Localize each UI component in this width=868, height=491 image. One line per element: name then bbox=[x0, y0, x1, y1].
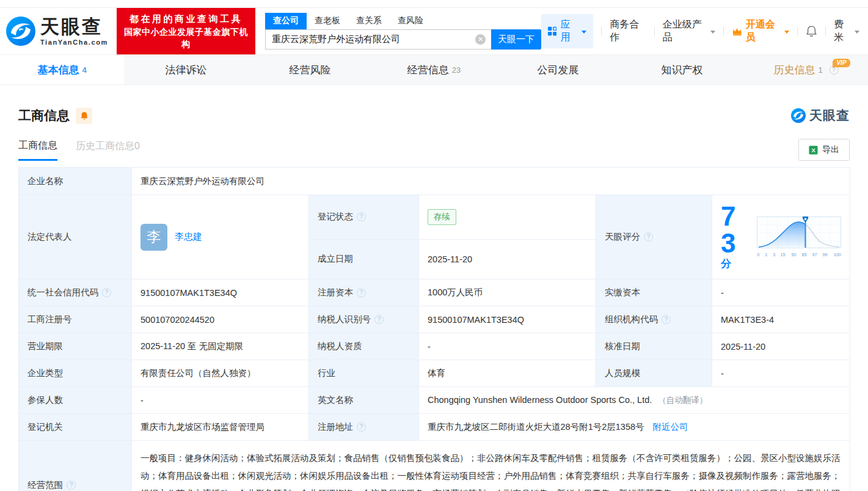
tab-company-development[interactable]: 公司发展 bbox=[496, 55, 620, 84]
section-title: 工商信息 bbox=[18, 107, 70, 124]
tab-operation-risk[interactable]: 经营风险 bbox=[248, 55, 372, 84]
english-name-text: Chongqing Yunshen Wilderness Outdoor Spo… bbox=[428, 395, 652, 405]
tab-operation-info[interactable]: 经营信息 23 bbox=[372, 55, 496, 84]
notifications-bell-icon[interactable] bbox=[806, 25, 817, 37]
chevron-down-icon bbox=[784, 31, 789, 34]
score-cell[interactable]: 73分 bbox=[712, 195, 850, 279]
nav-enterprise-products[interactable]: 企业级产品 bbox=[663, 18, 716, 44]
tab-count: 4 bbox=[82, 65, 86, 75]
english-name-value: Chongqing Yunshen Wilderness Outdoor Spo… bbox=[419, 387, 850, 414]
slogan-line2: 国家中小企业发展子基金旗下机构 bbox=[123, 26, 249, 51]
taxpayer-qualification-value: - bbox=[419, 333, 596, 360]
score-distribution-chart: 01 315 5085 9799 100 bbox=[757, 216, 841, 257]
help-icon[interactable]: ? bbox=[662, 315, 671, 324]
divider bbox=[654, 27, 655, 36]
subtab-history-business-info[interactable]: 历史工商信息0 bbox=[76, 140, 140, 160]
reg-number-value: 500107020244520 bbox=[132, 306, 309, 333]
insured-count-label: 参保人数 bbox=[19, 387, 132, 414]
tab-label: 经营信息 bbox=[407, 63, 449, 77]
approval-date-value: 2025-11-20 bbox=[712, 333, 850, 360]
business-scope-value: 一般项目：健身休闲活动；体验式拓展活动及策划；食品销售（仅销售预包装食品）；非公… bbox=[132, 441, 850, 491]
main-content: 工商信息 天眼查 工商信息 历史工商信息0 X bbox=[0, 107, 868, 491]
reg-status-value: 存续 bbox=[419, 195, 596, 240]
help-icon[interactable]: ? bbox=[374, 315, 384, 324]
business-term-value: 2025-11-20 至 无固定期限 bbox=[132, 333, 309, 360]
tab-history-info[interactable]: VIP 历史信息 1 ? bbox=[744, 55, 868, 84]
nearby-companies-link[interactable]: 附近公司 bbox=[653, 422, 688, 432]
svg-text:X: X bbox=[811, 147, 815, 153]
label-text: 注册资本 bbox=[318, 287, 353, 298]
help-icon[interactable]: ? bbox=[357, 288, 366, 297]
search-tab-company[interactable]: 查公司 bbox=[265, 13, 307, 29]
table-row: 企业名称 重庆云深荒野户外运动有限公司 bbox=[19, 168, 850, 195]
search-tabs: 查公司 查老板 查关系 查风险 bbox=[265, 13, 541, 29]
tianyancha-logo[interactable]: 天眼查 TianYanCha.com bbox=[6, 17, 108, 46]
company-type-value: 有限责任公司（自然人独资） bbox=[132, 360, 309, 387]
search-tab-risk[interactable]: 查风险 bbox=[390, 13, 431, 29]
table-row: 营业期限 2025-11-20 至 无固定期限 纳税人资质 - 核准日期 202… bbox=[19, 333, 850, 360]
legal-rep-label: 法定代表人 bbox=[19, 195, 132, 279]
approval-date-label: 核准日期 bbox=[596, 333, 712, 360]
search-input[interactable] bbox=[265, 29, 491, 50]
label-text: 经营范围 bbox=[27, 479, 63, 491]
org-code-value: MAK1T3E3-4 bbox=[712, 306, 850, 333]
header: 天眼查 TianYanCha.com 都在用的商业查询工具 国家中小企业发展子基… bbox=[0, 8, 868, 54]
address-text: 重庆市九龙坡区二郎街道火炬大道28号附1号2层1358号 bbox=[428, 422, 644, 432]
company-name-value: 重庆云深荒野户外运动有限公司 bbox=[132, 168, 850, 195]
clear-search-icon[interactable]: ✕ bbox=[475, 34, 486, 45]
english-name-label: 英文名称 bbox=[309, 387, 419, 414]
divider bbox=[797, 27, 798, 36]
cooperation-label: 商务合作 bbox=[610, 18, 646, 44]
table-row: 统一社会信用代码 ? 91500107MAK1T3E34Q 注册资本 ? 100… bbox=[19, 279, 850, 306]
table-row: 工商注册号 500107020244520 纳税人识别号 ? 91500107M… bbox=[19, 306, 850, 333]
establish-date-label: 成立日期 bbox=[309, 239, 419, 279]
tianyancha-swirl-icon bbox=[791, 108, 806, 123]
company-type-label: 企业类型 bbox=[19, 360, 132, 387]
slogan-banner: 都在用的商业查询工具 国家中小企业发展子基金旗下机构 bbox=[117, 8, 255, 54]
export-label: 导出 bbox=[822, 144, 839, 155]
help-icon[interactable]: ? bbox=[357, 212, 366, 221]
tab-count: 23 bbox=[452, 65, 461, 75]
help-icon[interactable]: ? bbox=[644, 232, 653, 242]
address-label: 注册地址 ? bbox=[309, 414, 419, 441]
auto-translate-note: （自动翻译） bbox=[658, 396, 707, 405]
apps-grid-icon bbox=[548, 26, 556, 36]
tab-basic-info[interactable]: 基本信息 4 bbox=[0, 55, 124, 84]
subscribe-bell-button[interactable] bbox=[76, 108, 92, 124]
legal-rep-cell: 李 李忠建 bbox=[132, 195, 309, 279]
nav-business-cooperation[interactable]: 商务合作 bbox=[610, 18, 646, 44]
help-icon[interactable]: ? bbox=[357, 423, 366, 432]
user-menu[interactable]: 费米 bbox=[834, 18, 859, 44]
help-icon[interactable]: ? bbox=[67, 481, 76, 490]
label-text: 统一社会信用代码 bbox=[27, 287, 98, 298]
score-label: 天眼评分 ? bbox=[596, 195, 712, 279]
divider bbox=[723, 27, 724, 36]
reg-authority-label: 登记机关 bbox=[19, 414, 132, 441]
tab-intellectual-property[interactable]: 知识产权 bbox=[620, 55, 744, 84]
label-text: 注册地址 bbox=[318, 421, 353, 433]
reg-capital-value: 1000万人民币 bbox=[419, 279, 596, 306]
subtab-business-info[interactable]: 工商信息 bbox=[18, 139, 57, 161]
crown-icon bbox=[732, 27, 742, 36]
tab-label: 经营风险 bbox=[290, 63, 331, 77]
legal-rep-link[interactable]: 李忠建 bbox=[175, 231, 202, 243]
reg-capital-label: 注册资本 ? bbox=[309, 279, 419, 306]
avatar[interactable]: 李 bbox=[140, 224, 167, 251]
address-value: 重庆市九龙坡区二郎街道火炬大道28号附1号2层1358号 附近公司 bbox=[419, 414, 850, 441]
search-button[interactable]: 天眼一下 bbox=[491, 29, 541, 50]
company-section-tabs: 基本信息 4 法律诉讼 经营风险 经营信息 23 公司发展 知识产权 VIP 历… bbox=[0, 54, 868, 85]
help-icon[interactable]: ? bbox=[102, 288, 111, 297]
taxpayer-id-value: 91500107MAK1T3E34Q bbox=[419, 306, 596, 333]
credit-code-value: 91500107MAK1T3E34Q bbox=[132, 279, 309, 306]
chevron-down-icon bbox=[710, 31, 715, 34]
search-tab-boss[interactable]: 查老板 bbox=[307, 13, 348, 29]
table-row: 经营范围 ? 一般项目：健身休闲活动；体验式拓展活动及策划；食品销售（仅销售预包… bbox=[19, 441, 850, 491]
table-row: 参保人数 - 英文名称 Chongqing Yunshen Wilderness… bbox=[19, 387, 850, 414]
export-button[interactable]: X 导出 bbox=[798, 139, 850, 161]
search-tab-relation[interactable]: 查关系 bbox=[348, 13, 390, 29]
tab-legal-litigation[interactable]: 法律诉讼 bbox=[124, 55, 248, 84]
watermark-text: 天眼查 bbox=[809, 107, 850, 124]
open-vip-button[interactable]: 开通会员 bbox=[732, 18, 789, 44]
enterprise-label: 企业级产品 bbox=[663, 18, 708, 44]
apps-menu[interactable]: 应用 bbox=[541, 14, 593, 48]
